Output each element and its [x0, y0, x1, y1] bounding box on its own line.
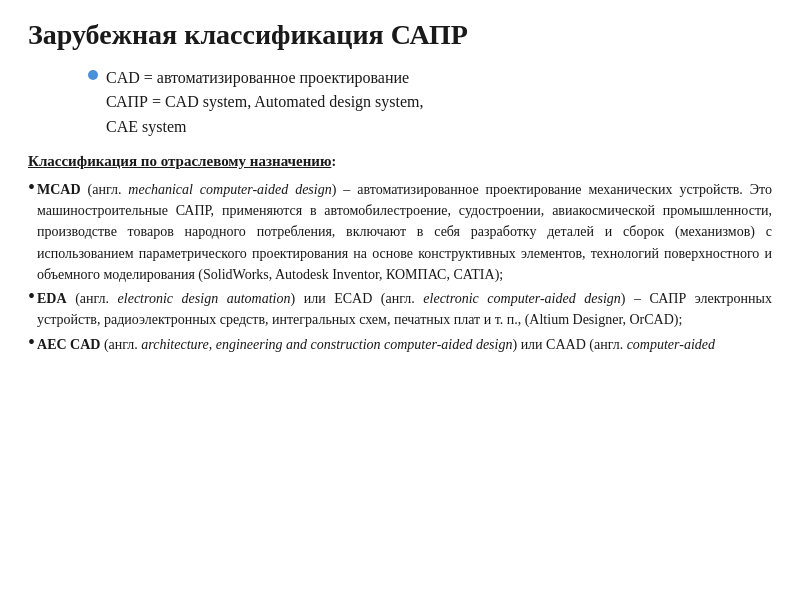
bullet-item-eda: • EDA (англ. electronic design automatio…	[28, 288, 772, 331]
bullet-text-mcad: MCAD (англ. mechanical computer-aided de…	[37, 179, 772, 285]
bullet-item-aec: • AEC CAD (англ. architecture, engineeri…	[28, 334, 772, 355]
bullet-item-mcad: • MCAD (англ. mechanical computer-aided …	[28, 179, 772, 285]
bullet-text-eda: EDA (англ. electronic design automation)…	[37, 288, 772, 331]
intro-text: CAD = автоматизированное проектирование …	[106, 66, 424, 140]
slide-container: Зарубежная классификация САПР CAD = авто…	[0, 0, 800, 600]
intro-line1: CAD = автоматизированное проектирование	[106, 69, 409, 86]
section-header: Классификация по отраслевому назначению	[28, 153, 331, 169]
content-area: Классификация по отраслевому назначению:…	[28, 150, 772, 355]
bullet-dot-aec: •	[28, 332, 35, 352]
intro-block: CAD = автоматизированное проектирование …	[88, 66, 772, 140]
section-header-line: Классификация по отраслевому назначению:	[28, 150, 772, 173]
bullet-dot-mcad: •	[28, 177, 35, 197]
bullet-text-aec: AEC CAD (англ. architecture, engineering…	[37, 334, 772, 355]
section-colon: :	[331, 154, 336, 169]
intro-line3: CAE system	[106, 118, 186, 135]
bullet-dot-eda: •	[28, 286, 35, 306]
intro-row-1: CAD = автоматизированное проектирование …	[88, 66, 772, 140]
intro-line2: САПР = CAD system, Automated design syst…	[106, 93, 424, 110]
bullet-circle-icon	[88, 70, 98, 80]
page-title: Зарубежная классификация САПР	[28, 18, 772, 52]
